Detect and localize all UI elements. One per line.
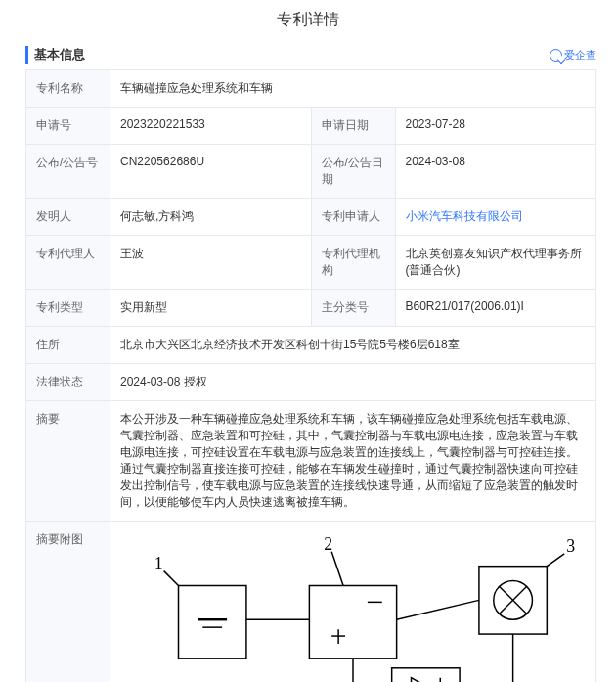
fig-label-1: 1 [154,554,163,573]
svg-line-23 [547,554,564,567]
value-legal: 2024-03-08 授权 [110,364,596,401]
value-app-date: 2023-07-28 [395,108,596,145]
label-app-date: 申请日期 [311,108,395,145]
value-pub-date: 2024-03-08 [395,145,596,199]
value-figure: 1 2 3 4 [110,522,596,683]
value-class: B60R21/017(2006.01)I [395,290,596,327]
info-table: 专利名称 车辆碰撞应急处理系统和车辆 申请号 2023220221533 申请日… [25,69,596,682]
label-legal: 法律状态 [26,364,110,401]
svg-rect-0 [179,586,246,659]
svg-rect-3 [309,586,396,659]
value-agency: 北京英创嘉友知识产权代理事务所(普通合伙) [395,236,596,290]
fig-label-2: 2 [324,534,332,554]
label-pub-date: 公布/公告日期 [311,145,395,199]
label-inventor: 发明人 [26,199,110,236]
applicant-link[interactable]: 小米汽车科技有限公司 [406,209,523,223]
label-agency: 专利代理机构 [311,236,395,290]
fig-label-3: 3 [566,536,575,556]
label-applicant: 专利申请人 [311,199,395,236]
label-type: 专利类型 [26,290,110,327]
label-name: 专利名称 [26,70,110,108]
basic-info-section: 基本信息 爱企查 专利名称 车辆碰撞应急处理系统和车辆 申请号 20232202… [0,38,616,682]
label-agent: 专利代理人 [26,236,110,290]
value-pub-no: CN220562686U [110,145,312,199]
brand-logo[interactable]: 爱企查 [550,48,596,63]
label-addr: 住所 [26,327,110,364]
section-title: 基本信息 [25,46,85,64]
brand-text: 爱企查 [564,48,596,63]
value-applicant: 小米汽车科技有限公司 [395,199,596,236]
value-name: 车辆碰撞应急处理系统和车辆 [110,70,596,108]
value-app-no: 2023220221533 [110,108,312,145]
value-agent: 王波 [110,236,312,290]
label-figure: 摘要附图 [26,522,110,683]
section-header: 基本信息 爱企查 [25,46,596,69]
value-inventor: 何志敏,方科鸿 [110,199,312,236]
label-app-no: 申请号 [26,108,110,145]
value-addr: 北京市大兴区北京经济技术开发区科创十街15号院5号楼6层618室 [110,327,596,364]
svg-line-21 [164,571,179,586]
label-pub-no: 公布/公告号 [26,145,110,199]
svg-line-16 [397,600,479,619]
svg-rect-11 [392,668,460,682]
label-class: 主分类号 [311,290,395,327]
page-title: 专利详情 [0,0,616,38]
label-abstract: 摘要 [26,401,110,522]
value-type: 实用新型 [110,290,312,327]
svg-line-22 [331,552,343,586]
abstract-figure: 1 2 3 4 [120,531,586,682]
magnifier-icon [550,49,562,62]
value-abstract: 本公开涉及一种车辆碰撞应急处理系统和车辆，该车辆碰撞应急处理系统包括车载电源、气… [110,401,596,522]
